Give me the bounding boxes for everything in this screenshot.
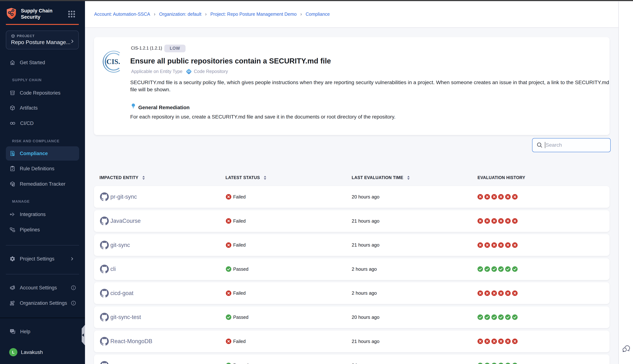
svg-text:?: ?: [11, 330, 13, 332]
svg-text:CIS.: CIS.: [106, 58, 120, 66]
